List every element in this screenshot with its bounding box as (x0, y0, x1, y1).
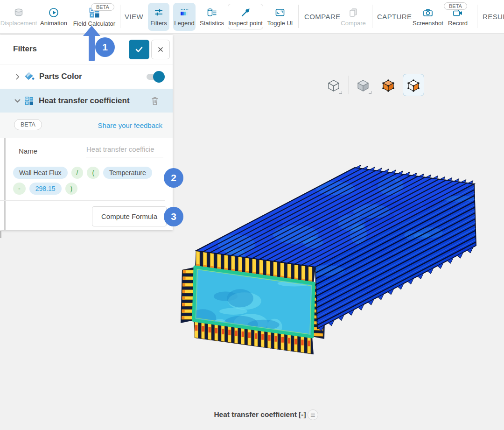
divider (298, 5, 299, 28)
close-filters-button[interactable] (151, 40, 170, 59)
formula-chip[interactable]: Wall Heat Flux (13, 167, 68, 179)
trash-icon[interactable] (150, 96, 160, 106)
formula-editor[interactable]: Wall Heat Flux / ( Temperature - 298.15 … (0, 164, 165, 201)
beta-badge: BETA (444, 2, 467, 10)
beta-feedback-row: BETA Share your feedback (0, 113, 173, 138)
play-icon (48, 7, 59, 18)
name-label: Name (19, 147, 37, 155)
formula-chip[interactable]: Temperature (103, 167, 152, 179)
orange-cube-icon (381, 78, 395, 92)
formula-chip[interactable]: ( (87, 167, 99, 179)
beta-badge: BETA (14, 119, 42, 130)
window-icon (274, 7, 286, 18)
divider (348, 76, 349, 94)
inspect-point-button[interactable]: Inspect point (228, 4, 263, 29)
displacement-icon (13, 7, 24, 18)
view-surface-edges-button[interactable] (378, 74, 399, 96)
solid-cube-icon (356, 78, 370, 92)
legend-title: Heat transfer coefficient [-] (169, 410, 351, 419)
view-wireframe-button[interactable] (323, 74, 344, 96)
annotation-step-3: 3 (164, 207, 183, 226)
view-solid-button[interactable] (352, 74, 374, 96)
formula-chip[interactable]: ) (65, 183, 78, 195)
legend-menu-button[interactable]: ☰ (308, 409, 318, 420)
filters-button[interactable]: Filters (148, 3, 169, 31)
view-mode-toolbar (323, 74, 424, 96)
panel-resize-nub[interactable] (0, 231, 1, 238)
statistics-button[interactable]: Statistics (198, 3, 226, 31)
compare-icon (348, 7, 359, 18)
divider (372, 5, 372, 28)
animation-button[interactable]: Animation (37, 3, 70, 31)
toggle-knob (153, 71, 165, 83)
result-group-label: RESULT (483, 0, 504, 33)
beta-badge: BETA (91, 3, 114, 11)
share-feedback-link[interactable]: Share your feedback (98, 121, 162, 129)
annotation-arrow (83, 26, 100, 62)
field-calculator-section: BETA Share your feedback Name Wall Heat … (0, 113, 173, 230)
formula-chip[interactable]: - (13, 183, 26, 195)
top-toolbar: Displacement Animation BETA Field Calcul… (0, 0, 504, 34)
annotation-step-2: 2 (164, 168, 183, 188)
view-group-label: VIEW (125, 0, 143, 33)
compare-button[interactable]: Compare (339, 3, 367, 31)
legend-icon (179, 7, 190, 18)
camera-icon (422, 7, 434, 18)
apply-filters-button[interactable] (129, 40, 149, 59)
compute-formula-button[interactable]: Compute Formula (92, 206, 167, 226)
toggle-ui-button[interactable]: Toggle UI (266, 3, 294, 31)
face-select-cube-icon (406, 78, 420, 92)
name-row: Name (0, 138, 173, 164)
divider (477, 5, 477, 28)
close-icon (156, 45, 165, 54)
filter-name-label: Heat transfer coefficient (39, 96, 130, 106)
filters-panel: Filters Parts Color (0, 35, 173, 230)
check-icon (134, 44, 144, 55)
wireframe-cube-icon (327, 78, 341, 92)
divider (120, 5, 120, 28)
displacement-button[interactable]: Displacement (1, 3, 36, 31)
heatsink-model (173, 146, 495, 360)
field-calculator-icon (24, 96, 34, 106)
capture-group-label: CAPTURE (377, 0, 412, 33)
eyedropper-icon (240, 7, 251, 18)
panel-title: Filters (13, 44, 37, 54)
name-input[interactable] (86, 141, 163, 157)
chevron-down-icon (13, 96, 21, 106)
dropdown-corner-icon (369, 91, 371, 94)
statistics-icon (206, 7, 217, 18)
filters-icon (153, 7, 164, 18)
legend-button[interactable]: Legend (173, 3, 196, 31)
compare-group-label: COMPARE (304, 0, 341, 33)
parts-color-toggle[interactable] (147, 74, 163, 80)
chevron-right-icon (13, 72, 21, 81)
formula-chip[interactable]: / (71, 167, 84, 179)
parts-color-row[interactable]: Parts Color (0, 64, 173, 89)
screenshot-button[interactable]: Screenshot (412, 3, 444, 31)
heat-transfer-coefficient-row[interactable]: Heat transfer coefficient (0, 89, 173, 113)
view-single-face-button[interactable] (403, 74, 424, 96)
paint-bucket-icon (24, 72, 35, 81)
formula-chip[interactable]: 298.15 (29, 183, 62, 195)
dropdown-corner-icon (339, 91, 342, 94)
parts-color-label: Parts Color (39, 72, 82, 81)
